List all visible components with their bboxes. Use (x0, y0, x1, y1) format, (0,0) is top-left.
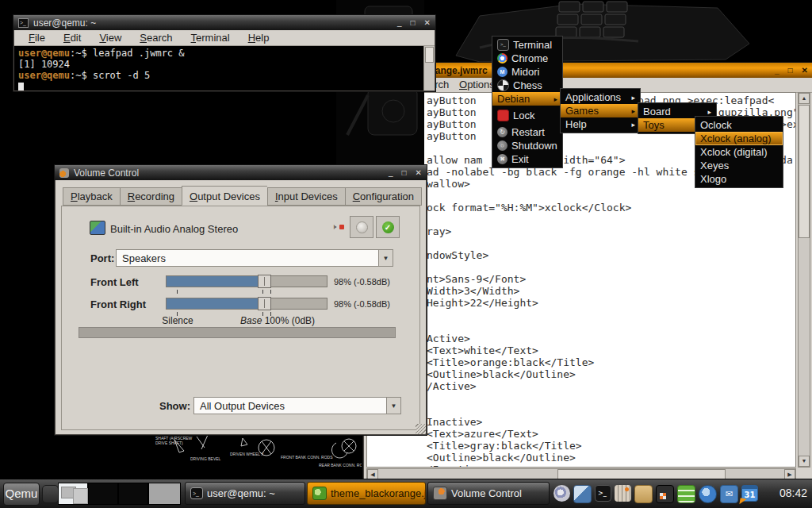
pager-desktop-1[interactable] (58, 483, 88, 505)
led-icon (356, 221, 368, 233)
menu-item-xclock-analog[interactable]: Xclock (analog) (695, 132, 783, 145)
pager-desktop-2[interactable] (88, 483, 118, 505)
minimize-button[interactable]: _ (775, 66, 779, 75)
show-value: All Output Devices (194, 400, 386, 412)
resize-grip[interactable] (416, 424, 426, 434)
terminal-menu-search[interactable]: Search (136, 31, 175, 44)
scroll-up-button[interactable]: ▲ (799, 93, 810, 104)
editor-menu-options[interactable]: Options (459, 78, 495, 91)
mouse-cursor (739, 498, 746, 505)
submenu-arrow-icon: ▸ (631, 94, 635, 102)
editor-line: Active> (427, 333, 796, 344)
terminal-scroll-thumb[interactable] (425, 47, 434, 63)
chevron-down-icon[interactable]: ▼ (386, 398, 400, 414)
minimize-button[interactable]: _ (389, 168, 393, 177)
terminal-scrollbar[interactable] (423, 46, 435, 90)
qemu-menu-button[interactable]: Qemu (3, 483, 40, 506)
show-label: Show: (141, 400, 190, 412)
terminal-output[interactable]: user@qemu:~$ leafpad .jwmrc &[1] 10924us… (14, 46, 424, 90)
displays-icon[interactable] (573, 485, 592, 503)
menu-item-exit[interactable]: ✖Exit (492, 152, 562, 166)
root-menu: >_TerminalChromeMMidoriChessDebian▸Lock↻… (492, 36, 563, 168)
editor-vertical-scrollbar[interactable]: ▲ ▼ (798, 92, 810, 468)
base-label: Base 100% (0dB) (240, 315, 315, 326)
close-button[interactable]: ✕ (416, 168, 422, 177)
terminal-menu-terminal[interactable]: Terminal (188, 31, 233, 44)
menu-item-chess[interactable]: Chess (492, 79, 562, 92)
menu-item-lock[interactable]: Lock (492, 109, 562, 122)
tab-output-devices[interactable]: Output Devices (182, 186, 267, 206)
menu-item-shutdown[interactable]: ○Shutdown (492, 139, 562, 152)
scroll-down-button[interactable]: ▼ (799, 456, 810, 467)
menu-item-label: Applications (565, 91, 621, 103)
tab-recording[interactable]: Recording (120, 187, 182, 206)
slider-handle[interactable] (258, 275, 271, 288)
menu-item-midori[interactable]: MMidori (492, 65, 562, 79)
menu-item-restart[interactable]: ↻Restart (492, 125, 562, 139)
editor-line: <Text>azure</Text> (427, 428, 796, 440)
menu-item-label: Games (565, 105, 599, 117)
channel-label: Front Right (90, 298, 146, 310)
audio-card-icon (90, 221, 105, 235)
mute-icon[interactable]: 🕨 (331, 222, 343, 232)
default-device-button[interactable]: ✓ (376, 216, 400, 238)
pager-desktop-3[interactable] (118, 483, 148, 505)
terminal-cursor (18, 83, 24, 91)
taskbar-task-editor[interactable]: theme_blackorange.jwmrc (307, 482, 426, 505)
show-desktop-button[interactable] (42, 485, 59, 503)
menu-item-xclock-digital[interactable]: Xclock (digital) (695, 145, 783, 159)
menu-item-help[interactable]: Help▸ (561, 117, 640, 131)
menu-item-xeyes[interactable]: Xeyes (695, 159, 783, 172)
close-button[interactable]: ✕ (424, 18, 431, 27)
chevron-down-icon[interactable]: ▼ (378, 250, 393, 266)
menu-item-games[interactable]: Games▸ (561, 104, 640, 117)
menu-item-applications[interactable]: Applications▸ (561, 90, 640, 104)
tab-input-devices[interactable]: Input Devices (267, 187, 345, 206)
terminal-menu-help[interactable]: Help (245, 31, 273, 44)
menu-item-terminal[interactable]: >_Terminal (492, 38, 562, 52)
folder-icon[interactable] (634, 485, 653, 503)
mail-icon[interactable]: ✉ (720, 485, 738, 503)
svg-text:DRIVEN WHEEL X: DRIVEN WHEEL X (230, 452, 264, 456)
taskbar-task-terminal[interactable]: >_ user@qemu: ~ (185, 482, 305, 505)
submenu-arrow-icon: ▸ (707, 108, 711, 116)
menu-item-xlogo[interactable]: Xlogo (695, 172, 783, 186)
swirl-icon[interactable] (553, 485, 570, 502)
pager-desktop-4[interactable] (148, 483, 181, 505)
maximize-button[interactable]: □ (788, 66, 793, 75)
menu-item-label: Restart (511, 126, 545, 138)
scale-tick (270, 290, 271, 294)
menu-item-chrome[interactable]: Chrome (492, 52, 562, 65)
port-select[interactable]: Speakers ▼ (116, 249, 393, 267)
notes-icon[interactable] (677, 485, 695, 503)
close-button[interactable]: ✕ (802, 66, 808, 75)
terminal-menu-file[interactable]: File (25, 31, 48, 44)
vscroll-thumb[interactable] (799, 105, 810, 238)
menu-item-debian[interactable]: Debian▸ (492, 92, 562, 106)
menu-item-oclock[interactable]: Oclock (695, 118, 783, 132)
mixer-icon[interactable] (615, 485, 631, 502)
terminal-menu-edit[interactable]: Edit (60, 31, 84, 44)
editor-line: /Active> (427, 380, 796, 392)
calculator-icon[interactable] (656, 485, 674, 503)
show-select[interactable]: All Output Devices ▼ (193, 397, 401, 414)
minimize-button[interactable]: _ (397, 18, 402, 27)
globe-icon[interactable] (699, 485, 717, 503)
task-label: theme_blackorange.jwmrc (331, 487, 426, 499)
taskbar-task-volume[interactable]: Volume Control (427, 482, 550, 505)
mute-toggle-button[interactable] (350, 216, 373, 238)
front-right-slider[interactable] (166, 298, 327, 310)
terminal-icon[interactable]: >_ (595, 485, 611, 502)
midori-icon: M (497, 67, 508, 77)
slider-handle[interactable] (258, 297, 271, 310)
menu-item-label: Help (565, 118, 587, 130)
terminal-menu-view[interactable]: View (96, 31, 124, 44)
maximize-button[interactable]: □ (402, 168, 407, 177)
tab-playback[interactable]: Playback (63, 187, 120, 206)
terminal-titlebar[interactable]: >_ user@qemu: ~ _ □ ✕ (13, 15, 435, 30)
front-left-slider[interactable] (166, 275, 327, 287)
desktop-pager[interactable] (58, 483, 181, 505)
volume-titlebar[interactable]: Volume Control _ □ ✕ (55, 165, 427, 180)
tab-configuration[interactable]: Configuration (345, 187, 422, 206)
maximize-button[interactable]: □ (411, 18, 416, 27)
